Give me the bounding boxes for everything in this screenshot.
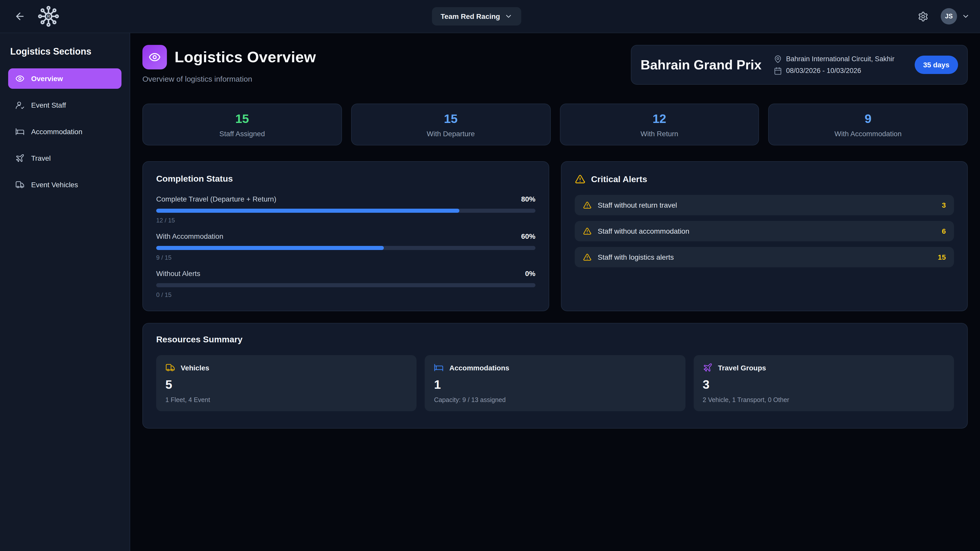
resource-sub: 1 Fleet, 4 Event — [165, 396, 407, 403]
page-header: Logistics Overview Overview of logistics… — [142, 45, 968, 85]
settings-button[interactable] — [913, 6, 932, 26]
wheel-logo-icon — [37, 5, 60, 28]
completion-status-card: Completion Status Complete Travel (Depar… — [142, 161, 549, 311]
progress-count: 9 / 15 — [156, 254, 535, 261]
event-location-row: Bahrain International Circuit, Sakhir — [774, 55, 894, 63]
bed-icon — [15, 127, 24, 136]
alert-row-no-accommodation[interactable]: Staff without accommodation 6 — [575, 221, 954, 241]
truck-icon — [165, 363, 175, 372]
critical-alerts-card: Critical Alerts Staff without return tra… — [561, 161, 968, 311]
gear-icon — [918, 11, 928, 22]
progress-label: Complete Travel (Departure + Return) — [156, 195, 277, 203]
progress-count: 12 / 15 — [156, 217, 535, 224]
sidebar-nav: Overview Event Staff Accommodation Trave… — [0, 68, 130, 195]
stat-label: With Accommodation — [835, 129, 902, 138]
eye-icon — [148, 51, 161, 63]
back-button[interactable] — [10, 6, 30, 26]
alert-label: Staff without return travel — [598, 201, 677, 209]
alert-list: Staff without return travel 3 Staff with… — [575, 195, 954, 267]
alert-label: Staff with logistics alerts — [598, 253, 674, 261]
resource-value: 1 — [434, 378, 676, 392]
progress-bar-fill — [156, 209, 460, 213]
event-dates: 08/03/2026 - 10/03/2026 — [786, 67, 861, 75]
stat-card-with-departure: 15 With Departure — [351, 103, 551, 145]
user-menu-button[interactable]: JS — [941, 8, 970, 24]
sidebar: Logistics Sections Overview Event Staff … — [0, 33, 130, 551]
sidebar-item-event-staff[interactable]: Event Staff — [8, 95, 121, 115]
progress-count: 0 / 15 — [156, 291, 535, 299]
stat-label: With Departure — [427, 129, 475, 138]
alert-triangle-icon — [575, 174, 585, 185]
eye-icon — [15, 74, 24, 83]
completion-rows: Complete Travel (Departure + Return) 80%… — [156, 195, 535, 299]
sidebar-item-accommodation[interactable]: Accommodation — [8, 121, 121, 142]
avatar: JS — [941, 8, 957, 24]
top-bar: Team Red Racing JS — [0, 0, 980, 33]
alert-count: 3 — [942, 201, 946, 209]
sidebar-item-label: Event Vehicles — [31, 181, 78, 189]
resource-label: Travel Groups — [718, 364, 766, 372]
stat-card-with-accommodation: 9 With Accommodation — [768, 103, 968, 145]
alert-count: 15 — [938, 253, 946, 261]
alert-triangle-icon — [583, 227, 592, 235]
resource-sub: Capacity: 9 / 13 assigned — [434, 396, 676, 403]
resource-grid: Vehicles 5 1 Fleet, 4 Event Accommodatio… — [156, 355, 954, 411]
stat-value: 9 — [865, 111, 872, 126]
stats-row: 15 Staff Assigned 15 With Departure 12 W… — [142, 103, 968, 145]
progress-bar-fill — [156, 246, 384, 250]
sidebar-item-travel[interactable]: Travel — [8, 148, 121, 168]
stat-label: Staff Assigned — [220, 129, 265, 138]
alert-row-no-return-travel[interactable]: Staff without return travel 3 — [575, 195, 954, 215]
page-icon-box — [142, 45, 167, 69]
stat-label: With Return — [641, 129, 678, 138]
resource-label: Accommodations — [449, 364, 509, 372]
event-dates-row: 08/03/2026 - 10/03/2026 — [774, 67, 894, 75]
title-block: Logistics Overview Overview of logistics… — [142, 45, 316, 83]
sidebar-title: Logistics Sections — [10, 46, 119, 57]
page-subtitle: Overview of logistics information — [142, 75, 316, 83]
team-selector[interactable]: Team Red Racing — [432, 7, 522, 25]
progress-bar — [156, 246, 535, 250]
stat-value: 15 — [444, 111, 458, 126]
topbar-right-group: JS — [913, 6, 970, 26]
progress-row-without-alerts: Without Alerts 0% 0 / 15 — [156, 269, 535, 299]
progress-bar — [156, 283, 535, 287]
truck-icon — [15, 180, 24, 189]
bed-icon — [434, 363, 444, 372]
alert-row-logistics-alerts[interactable]: Staff with logistics alerts 15 — [575, 247, 954, 267]
page-title: Logistics Overview — [175, 48, 316, 66]
progress-percent: 80% — [521, 195, 535, 203]
plane-icon — [15, 154, 24, 163]
critical-alerts-title: Critical Alerts — [591, 174, 647, 184]
calendar-icon — [774, 67, 782, 75]
resource-card-vehicles: Vehicles 5 1 Fleet, 4 Event — [156, 355, 417, 411]
stat-value: 12 — [652, 111, 666, 126]
progress-bar — [156, 209, 535, 213]
stat-card-staff-assigned: 15 Staff Assigned — [142, 103, 342, 145]
arrow-left-icon — [14, 11, 25, 22]
chevron-down-icon — [504, 12, 513, 21]
main-content: Logistics Overview Overview of logistics… — [130, 33, 980, 551]
alert-count: 6 — [942, 227, 946, 235]
progress-percent: 60% — [521, 232, 535, 240]
middle-row: Completion Status Complete Travel (Depar… — [142, 161, 968, 311]
progress-row-complete-travel: Complete Travel (Departure + Return) 80%… — [156, 195, 535, 224]
sidebar-item-overview[interactable]: Overview — [8, 68, 121, 89]
sidebar-item-event-vehicles[interactable]: Event Vehicles — [8, 175, 121, 195]
app-window: Team Red Racing JS Logistics Sections Ov… — [0, 0, 980, 551]
sidebar-item-label: Travel — [31, 154, 51, 162]
progress-label: With Accommodation — [156, 232, 223, 240]
resources-summary-title: Resources Summary — [156, 335, 954, 345]
team-selector-label: Team Red Racing — [441, 12, 500, 21]
event-meta: Bahrain International Circuit, Sakhir 08… — [774, 55, 894, 75]
sidebar-item-label: Accommodation — [31, 127, 83, 136]
resource-label: Vehicles — [181, 364, 209, 372]
stat-card-with-return: 12 With Return — [560, 103, 759, 145]
resource-sub: 2 Vehicle, 1 Transport, 0 Other — [703, 396, 945, 403]
alert-triangle-icon — [583, 201, 592, 210]
event-location: Bahrain International Circuit, Sakhir — [786, 55, 894, 63]
stat-value: 15 — [235, 111, 249, 126]
completion-status-title: Completion Status — [156, 174, 535, 184]
alert-label: Staff without accommodation — [598, 227, 689, 235]
sidebar-item-label: Overview — [31, 75, 63, 83]
